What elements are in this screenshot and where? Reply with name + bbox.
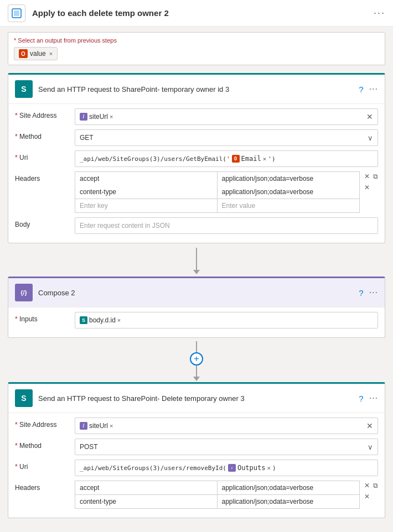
card1-uri-field[interactable]: _api/web/SiteGroups(3)/users/GetByEmail(… xyxy=(75,150,378,167)
card1-uri-row: * Uri _api/web/SiteGroups(3)/users/GetBy… xyxy=(15,150,378,167)
card3-header1-value: application/json;odata=verbose xyxy=(218,481,360,495)
card1-icon: S xyxy=(15,80,33,98)
bodyid-close[interactable]: × xyxy=(117,317,121,324)
outputs-chip-icon: ⚡ xyxy=(228,464,236,472)
card2-inputs-row: * Inputs S body.d.id × xyxy=(15,312,378,328)
card3-header2-value: application/json;odata=verbose xyxy=(218,495,360,509)
site-address-clear[interactable]: ✕ xyxy=(366,112,373,121)
card3-uri-field[interactable]: _api/web/SiteGroups(3)/users/removeById(… xyxy=(75,460,378,476)
card3-site-address-field[interactable]: / siteUrl × ✕ xyxy=(75,418,378,434)
card1-site-address-row: * Site Address / siteUrl × ✕ xyxy=(15,108,378,125)
card3-site-address-clear[interactable]: ✕ xyxy=(366,421,373,430)
card3-header: S Send an HTTP request to SharePoint- De… xyxy=(8,384,385,413)
output-selector: * Select an output from previous steps O… xyxy=(8,32,385,65)
card1-method-field[interactable]: GET ∨ xyxy=(75,129,378,146)
card3-header1-actions: ✕ ⧉ xyxy=(364,482,378,489)
arrow-connector-1 xyxy=(8,246,385,277)
plus-connector: + xyxy=(8,340,385,382)
card3-uri-label: * Uri xyxy=(15,460,70,471)
header2-delete-button[interactable]: ✕ xyxy=(364,184,370,191)
office-icon: O xyxy=(19,49,28,58)
headers-grid-3: accept application/json;odata=verbose co… xyxy=(75,481,360,509)
plus-arrow-bottom xyxy=(196,366,197,377)
card3-header2-actions: ✕ xyxy=(364,493,378,500)
siteurl-chip[interactable]: / siteUrl × xyxy=(80,113,113,121)
card1-method-label: * Method xyxy=(15,129,70,140)
header3-value-placeholder[interactable]: Enter value xyxy=(218,199,360,213)
output-selector-label: * Select an output from previous steps xyxy=(14,37,379,44)
card1-headers-container: accept application/json;odata=verbose co… xyxy=(75,171,360,213)
card2-menu-button[interactable]: ··· xyxy=(369,288,378,298)
card1-menu-button[interactable]: ··· xyxy=(369,84,378,94)
card3-method-chevron-icon: ∨ xyxy=(368,443,373,451)
header2-actions: ✕ xyxy=(364,184,378,191)
card3-help-button[interactable]: ? xyxy=(359,394,363,403)
card-compose-2: {/} Compose 2 ? ··· * Inputs S body.d.id… xyxy=(8,277,385,338)
card1-actions: ? ··· xyxy=(359,84,378,94)
card1-title: Send an HTTP request to SharePoint- temp… xyxy=(38,85,353,93)
add-step-button[interactable]: + xyxy=(190,352,203,366)
siteurl-close[interactable]: × xyxy=(110,113,113,120)
card-sharepoint-1: S Send an HTTP request to SharePoint- te… xyxy=(8,73,385,243)
card1-form: * Site Address / siteUrl × ✕ * Method xyxy=(8,104,385,243)
card1-headers-label: Headers xyxy=(15,171,70,182)
card1-help-button[interactable]: ? xyxy=(359,85,363,94)
bodyid-chip[interactable]: S body.d.id × xyxy=(80,316,121,324)
header-menu-button[interactable]: ··· xyxy=(374,7,385,19)
bodyid-icon: S xyxy=(80,316,87,324)
card1-uri-label: * Uri xyxy=(15,150,70,161)
card2-form: * Inputs S body.d.id × xyxy=(8,307,385,337)
email-chip[interactable]: O Email × xyxy=(232,155,267,163)
card3-header-row-actions: ✕ ⧉ ✕ xyxy=(364,481,378,500)
headers-grid-1: accept application/json;odata=verbose co… xyxy=(75,171,360,213)
card3-headers-container: accept application/json;odata=verbose co… xyxy=(75,481,360,509)
card2-title: Compose 2 xyxy=(38,289,353,297)
card2-help-button[interactable]: ? xyxy=(359,288,363,298)
value-chip[interactable]: O value × xyxy=(14,47,58,60)
card2-inputs-label: * Inputs xyxy=(15,312,70,323)
card3-header1-delete-button[interactable]: ✕ xyxy=(364,482,370,489)
value-chip-close[interactable]: × xyxy=(49,50,53,57)
card3-siteurl-chip[interactable]: / siteUrl × xyxy=(80,422,113,430)
card3-menu-button[interactable]: ··· xyxy=(369,393,378,403)
card1-body-row: Body Enter request content in JSON xyxy=(15,217,378,234)
card3-siteurl-icon: / xyxy=(80,422,87,430)
card3-actions: ? ··· xyxy=(359,393,378,403)
plus-arrow-head xyxy=(193,377,200,381)
card2-actions: ? ··· xyxy=(359,288,378,298)
card2-inputs-field[interactable]: S body.d.id × xyxy=(75,312,378,328)
header1-delete-button[interactable]: ✕ xyxy=(364,173,370,180)
email-chip-close[interactable]: × xyxy=(263,155,267,163)
card1-site-address-label: * Site Address xyxy=(15,108,70,119)
card3-uri-row: * Uri _api/web/SiteGroups(3)/users/remov… xyxy=(15,460,378,476)
card3-icon: S xyxy=(15,389,33,407)
header1-actions: ✕ ⧉ xyxy=(364,173,378,180)
card3-header1-copy-button[interactable]: ⧉ xyxy=(373,482,378,489)
card1-body-field[interactable]: Enter request content in JSON xyxy=(75,217,378,234)
card3-header2-delete-button[interactable]: ✕ xyxy=(364,493,370,500)
card1-site-address-field[interactable]: / siteUrl × ✕ xyxy=(75,108,378,125)
card3-method-field[interactable]: POST ∨ xyxy=(75,439,378,455)
header-bar: Apply to each delete temp owner 2 ··· xyxy=(0,0,393,27)
email-chip-icon: O xyxy=(232,155,240,163)
arrow-head xyxy=(193,270,200,274)
card3-header2-key: content-type xyxy=(75,495,218,509)
card3-site-address-row: * Site Address / siteUrl × ✕ xyxy=(15,418,378,434)
header3-key-placeholder[interactable]: Enter key xyxy=(75,199,218,213)
outputs-chip[interactable]: ⚡ Outputs × xyxy=(228,464,271,472)
arrow-line xyxy=(196,248,197,259)
outputs-chip-close[interactable]: × xyxy=(267,465,271,472)
header1-key: accept xyxy=(75,171,218,186)
card-sharepoint-3: S Send an HTTP request to SharePoint- De… xyxy=(8,382,385,518)
svg-rect-1 xyxy=(14,11,19,16)
method-chevron-icon: ∨ xyxy=(368,134,373,142)
header-icon xyxy=(8,4,25,22)
card3-siteurl-close[interactable]: × xyxy=(110,423,113,429)
card3-form: * Site Address / siteUrl × ✕ * Method xyxy=(8,413,385,518)
card3-site-address-label: * Site Address xyxy=(15,418,70,429)
header1-copy-button[interactable]: ⧉ xyxy=(373,173,378,180)
card1-headers-row: Headers accept application/json;odata=ve… xyxy=(15,171,378,213)
card2-icon: {/} xyxy=(15,284,33,301)
card1-body-label: Body xyxy=(15,217,70,228)
card3-headers-row: Headers accept application/json;odata=ve… xyxy=(15,481,378,509)
